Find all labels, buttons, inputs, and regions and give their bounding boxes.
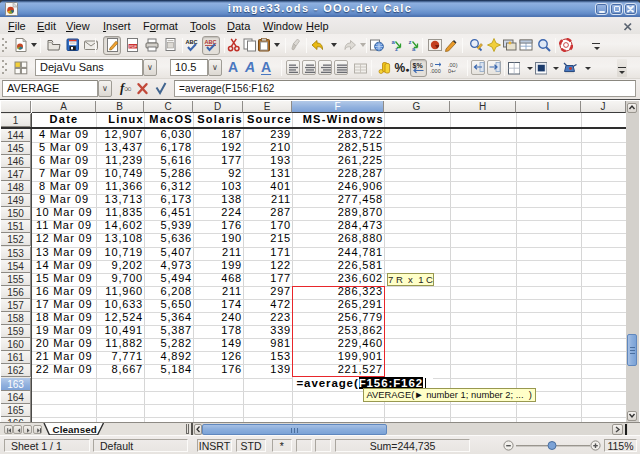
svg-text:PDF: PDF [129,45,137,49]
svg-text:.000: .000 [430,68,441,74]
svg-text:a: a [392,39,396,45]
svg-text:0: 0 [430,62,433,68]
svg-text:0↩: 0↩ [448,68,456,74]
svg-text:.00): .00) [448,62,458,68]
svg-text:$%: $% [413,62,424,70]
svg-text:z: z [408,39,411,45]
